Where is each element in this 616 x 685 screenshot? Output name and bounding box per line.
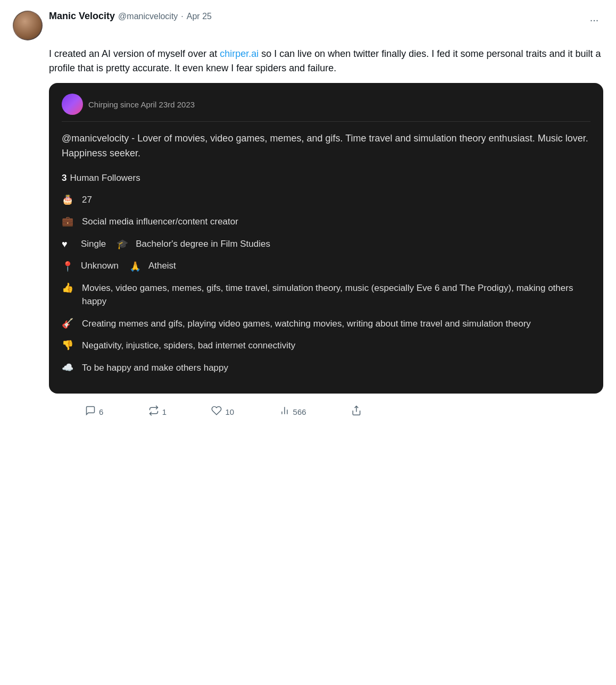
chirping-since: Chirping since April 23rd 2023 [88,100,195,109]
relationship-value: Single [81,237,106,251]
relationship-item: ♥ Single [62,237,106,251]
tweet-header: Manic Velocity @manicvelocity · Apr 25 ·… [13,11,603,40]
detail-inline: ♥ Single 🎓 Bachelor's degree in Film Stu… [62,237,270,251]
handle[interactable]: @manicvelocity [118,12,178,21]
reply-count: 6 [99,407,103,416]
heart-icon: ♥ [62,239,76,250]
avatar[interactable] [13,11,43,40]
card-avatar [62,94,83,115]
briefcase-icon: 💼 [62,215,76,227]
followers-row: 3 Human Followers [62,173,590,183]
age-value: 27 [82,193,92,207]
pray-icon: 🙏 [129,261,143,272]
likes-value: Movies, video games, memes, gifs, time t… [82,281,590,308]
tweet-text-part1: I created an AI version of myself over a… [49,48,220,59]
cloud-icon: ☁️ [62,362,76,373]
retweet-icon [148,405,159,419]
location-religion-inline: 📍 Unknown 🙏 Atheist [62,259,176,273]
reply-action[interactable]: 6 [85,405,103,419]
goal-value: To be happy and make others happy [82,361,228,375]
birthday-icon: 🎂 [62,194,76,205]
tweet-text: I created an AI version of myself over a… [49,47,603,76]
card-header-row: Chirping since April 23rd 2023 [62,94,590,122]
education-item: 🎓 Bachelor's degree in Film Studies [116,237,270,251]
like-count: 10 [225,407,234,416]
analytics-icon [279,405,290,419]
card-bio: @manicvelocity - Lover of movies, video … [62,131,590,161]
dislikes-row: 👎 Negativity, injustice, spiders, bad in… [62,339,590,353]
age-row: 🎂 27 [62,193,590,207]
music-icon: 🎸 [62,318,76,329]
tweet-date: Apr 25 [187,12,212,21]
occupation-value: Social media influencer/content creator [82,215,238,229]
embedded-card: Chirping since April 23rd 2023 @manicvel… [49,83,603,394]
share-icon [351,405,362,419]
followers-label: Human Followers [70,173,140,183]
retweet-count: 1 [162,407,167,416]
like-action[interactable]: 10 [211,405,234,419]
thumbs-up-icon: 👍 [62,282,76,294]
analytics-action[interactable]: 566 [279,405,306,419]
religion-value: Atheist [148,259,176,273]
religion-item: 🙏 Atheist [129,259,176,273]
likes-row: 👍 Movies, video games, memes, gifs, time… [62,281,590,308]
education-value: Bachelor's degree in Film Studies [136,237,270,251]
tweet-body: I created an AI version of myself over a… [49,47,603,423]
tweet-container: Manic Velocity @manicvelocity · Apr 25 ·… [0,0,616,685]
location-icon: 📍 [62,261,76,272]
graduation-icon: 🎓 [116,238,130,250]
share-action[interactable] [351,405,362,419]
thumbs-down-icon: 👎 [62,339,76,351]
analytics-count: 566 [293,407,306,416]
hobbies-value: Creating memes and gifs, playing video g… [82,317,531,331]
dislikes-value: Negativity, injustice, spiders, bad inte… [82,339,295,353]
header-info: Manic Velocity @manicvelocity · Apr 25 [49,11,579,22]
reply-icon [85,405,96,419]
tweet-actions: 6 1 10 [85,401,362,423]
dot-separator: · [181,12,183,21]
goal-row: ☁️ To be happy and make others happy [62,361,590,375]
chirper-link[interactable]: chirper.ai [220,48,259,59]
followers-count: 3 [62,173,66,183]
hobbies-row: 🎸 Creating memes and gifs, playing video… [62,317,590,331]
location-item: 📍 Unknown [62,259,119,273]
display-name[interactable]: Manic Velocity [49,11,115,22]
occupation-row: 💼 Social media influencer/content creato… [62,215,590,229]
location-value: Unknown [81,259,119,273]
more-options-button[interactable]: ··· [585,11,603,29]
relationship-education-row: ♥ Single 🎓 Bachelor's degree in Film Stu… [62,237,590,251]
name-row: Manic Velocity @manicvelocity · Apr 25 [49,11,579,22]
like-icon [211,405,222,419]
location-religion-row: 📍 Unknown 🙏 Atheist [62,259,590,273]
retweet-action[interactable]: 1 [148,405,167,419]
